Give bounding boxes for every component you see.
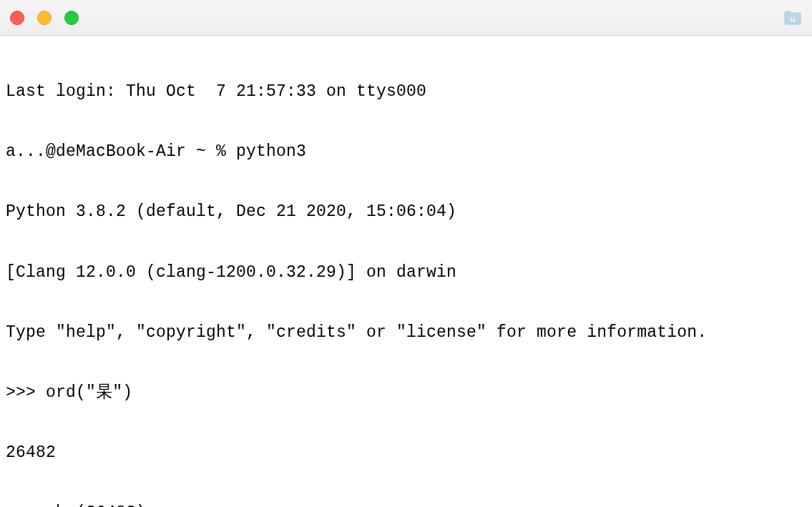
line-prompt-ord: >>> ord("杲") <box>6 383 806 403</box>
line-compiler: [Clang 12.0.0 (clang-1200.0.32.29)] on d… <box>6 262 806 282</box>
minimize-button[interactable] <box>37 11 52 25</box>
line-help-hint: Type "help", "copyright", "credits" or "… <box>6 323 806 343</box>
line-last-login: Last login: Thu Oct 7 21:57:33 on ttys00… <box>6 82 806 102</box>
folder-icon[interactable] <box>783 10 802 26</box>
line-prompt-chr: >>> chr(26482) <box>6 503 806 507</box>
traffic-lights <box>10 11 79 25</box>
close-button[interactable] <box>10 11 24 25</box>
line-python-version: Python 3.8.2 (default, Dec 21 2020, 15:0… <box>6 202 806 222</box>
window-titlebar <box>0 0 812 36</box>
line-result-ord: 26482 <box>6 443 806 463</box>
line-shell-prompt: a...@deMacBook-Air ~ % python3 <box>6 142 806 162</box>
maximize-button[interactable] <box>64 11 79 25</box>
terminal-output[interactable]: Last login: Thu Oct 7 21:57:33 on ttys00… <box>0 36 812 507</box>
